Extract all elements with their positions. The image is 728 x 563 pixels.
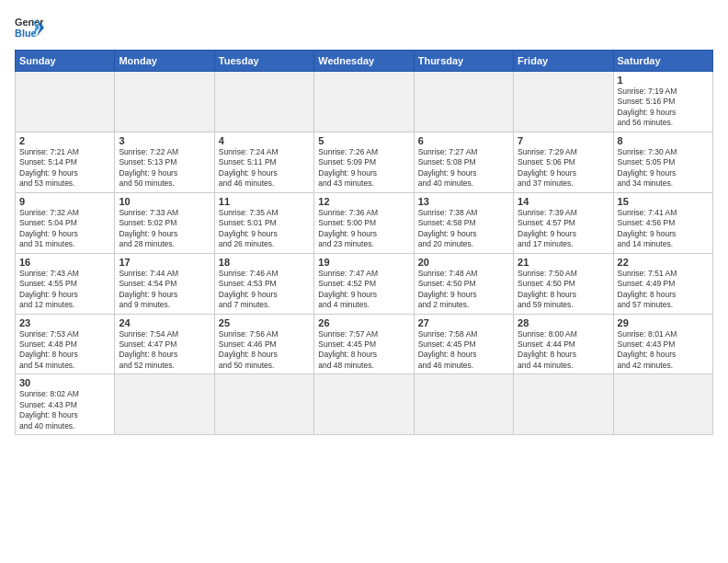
day-info: Sunrise: 7:36 AM Sunset: 5:00 PM Dayligh…: [318, 208, 409, 250]
calendar-cell: 13Sunrise: 7:38 AM Sunset: 4:58 PM Dayli…: [414, 192, 513, 253]
day-info: Sunrise: 7:24 AM Sunset: 5:11 PM Dayligh…: [219, 147, 310, 190]
calendar-cell: [514, 72, 613, 132]
day-info: Sunrise: 7:47 AM Sunset: 4:52 PM Dayligh…: [318, 269, 409, 311]
day-number: 24: [119, 317, 210, 328]
day-number: 3: [119, 135, 210, 146]
calendar-week-row-3: 9Sunrise: 7:32 AM Sunset: 5:04 PM Daylig…: [16, 192, 713, 253]
page: General Blue SundayMondayTuesdayWednesda…: [0, 0, 728, 563]
calendar-cell: 26Sunrise: 7:57 AM Sunset: 4:45 PM Dayli…: [314, 314, 414, 374]
day-info: Sunrise: 7:50 AM Sunset: 4:50 PM Dayligh…: [518, 269, 609, 311]
calendar-cell: 19Sunrise: 7:47 AM Sunset: 4:52 PM Dayli…: [314, 253, 414, 314]
day-info: Sunrise: 7:33 AM Sunset: 5:02 PM Dayligh…: [119, 208, 210, 250]
calendar-cell: [414, 374, 513, 435]
day-info: Sunrise: 7:43 AM Sunset: 4:55 PM Dayligh…: [19, 269, 110, 311]
day-info: Sunrise: 7:19 AM Sunset: 5:16 PM Dayligh…: [618, 86, 709, 129]
day-info: Sunrise: 7:38 AM Sunset: 4:58 PM Dayligh…: [418, 208, 509, 250]
day-number: 16: [19, 257, 110, 268]
day-number: 18: [219, 257, 310, 268]
logo: General Blue: [15, 15, 44, 40]
calendar-cell: [115, 72, 214, 132]
day-info: Sunrise: 7:26 AM Sunset: 5:09 PM Dayligh…: [318, 147, 409, 190]
calendar-header-friday: Friday: [514, 51, 613, 72]
calendar-cell: [314, 72, 414, 132]
day-info: Sunrise: 7:35 AM Sunset: 5:01 PM Dayligh…: [219, 208, 310, 250]
calendar-cell: 4Sunrise: 7:24 AM Sunset: 5:11 PM Daylig…: [214, 132, 313, 192]
calendar-header-saturday: Saturday: [613, 51, 712, 72]
day-number: 11: [219, 196, 310, 207]
calendar-cell: [214, 374, 313, 435]
calendar-cell: [314, 374, 414, 435]
calendar-cell: 17Sunrise: 7:44 AM Sunset: 4:54 PM Dayli…: [115, 253, 214, 314]
calendar-cell: 3Sunrise: 7:22 AM Sunset: 5:13 PM Daylig…: [115, 132, 214, 192]
day-number: 22: [618, 257, 709, 268]
calendar-cell: 30Sunrise: 8:02 AM Sunset: 4:43 PM Dayli…: [16, 374, 115, 435]
day-info: Sunrise: 7:41 AM Sunset: 4:56 PM Dayligh…: [618, 208, 709, 250]
day-info: Sunrise: 7:51 AM Sunset: 4:49 PM Dayligh…: [618, 269, 709, 311]
day-number: 27: [418, 317, 509, 328]
day-info: Sunrise: 7:44 AM Sunset: 4:54 PM Dayligh…: [119, 269, 210, 311]
day-number: 21: [518, 257, 609, 268]
calendar-cell: [16, 72, 115, 132]
day-info: Sunrise: 7:56 AM Sunset: 4:46 PM Dayligh…: [219, 329, 310, 372]
calendar-header-thursday: Thursday: [414, 51, 513, 72]
day-number: 17: [119, 257, 210, 268]
day-number: 9: [19, 196, 110, 207]
day-number: 29: [618, 317, 709, 328]
day-number: 6: [418, 135, 509, 146]
generalblue-logo-icon: General Blue: [15, 15, 44, 40]
calendar-cell: [115, 374, 214, 435]
calendar-header-monday: Monday: [115, 51, 214, 72]
calendar-header-row: SundayMondayTuesdayWednesdayThursdayFrid…: [16, 51, 713, 72]
day-info: Sunrise: 7:57 AM Sunset: 4:45 PM Dayligh…: [318, 329, 409, 372]
calendar-cell: 22Sunrise: 7:51 AM Sunset: 4:49 PM Dayli…: [613, 253, 712, 314]
calendar-cell: 8Sunrise: 7:30 AM Sunset: 5:05 PM Daylig…: [613, 132, 712, 192]
day-number: 30: [19, 377, 110, 388]
calendar-cell: 16Sunrise: 7:43 AM Sunset: 4:55 PM Dayli…: [16, 253, 115, 314]
calendar-cell: [414, 72, 513, 132]
calendar-cell: 25Sunrise: 7:56 AM Sunset: 4:46 PM Dayli…: [214, 314, 313, 374]
day-number: 19: [318, 257, 409, 268]
day-number: 12: [318, 196, 409, 207]
day-number: 13: [418, 196, 509, 207]
calendar-header-sunday: Sunday: [16, 51, 115, 72]
calendar-cell: [214, 72, 313, 132]
calendar-cell: 1Sunrise: 7:19 AM Sunset: 5:16 PM Daylig…: [613, 72, 712, 132]
calendar-cell: 23Sunrise: 7:53 AM Sunset: 4:48 PM Dayli…: [16, 314, 115, 374]
calendar-cell: 7Sunrise: 7:29 AM Sunset: 5:06 PM Daylig…: [514, 132, 613, 192]
day-number: 10: [119, 196, 210, 207]
day-number: 28: [518, 317, 609, 328]
day-info: Sunrise: 7:27 AM Sunset: 5:08 PM Dayligh…: [418, 147, 509, 190]
calendar-cell: 27Sunrise: 7:58 AM Sunset: 4:45 PM Dayli…: [414, 314, 513, 374]
calendar-cell: 15Sunrise: 7:41 AM Sunset: 4:56 PM Dayli…: [613, 192, 712, 253]
calendar-table: SundayMondayTuesdayWednesdayThursdayFrid…: [15, 50, 713, 435]
day-number: 23: [19, 317, 110, 328]
day-number: 4: [219, 135, 310, 146]
calendar-header-wednesday: Wednesday: [314, 51, 414, 72]
day-number: 25: [219, 317, 310, 328]
day-info: Sunrise: 7:53 AM Sunset: 4:48 PM Dayligh…: [19, 329, 110, 372]
calendar-cell: 28Sunrise: 8:00 AM Sunset: 4:44 PM Dayli…: [514, 314, 613, 374]
calendar-cell: 10Sunrise: 7:33 AM Sunset: 5:02 PM Dayli…: [115, 192, 214, 253]
day-info: Sunrise: 7:48 AM Sunset: 4:50 PM Dayligh…: [418, 269, 509, 311]
day-info: Sunrise: 7:58 AM Sunset: 4:45 PM Dayligh…: [418, 329, 509, 372]
calendar-week-row-5: 23Sunrise: 7:53 AM Sunset: 4:48 PM Dayli…: [16, 314, 713, 374]
calendar-cell: 6Sunrise: 7:27 AM Sunset: 5:08 PM Daylig…: [414, 132, 513, 192]
day-number: 15: [618, 196, 709, 207]
calendar-cell: [613, 374, 712, 435]
calendar-cell: 21Sunrise: 7:50 AM Sunset: 4:50 PM Dayli…: [514, 253, 613, 314]
calendar-cell: 11Sunrise: 7:35 AM Sunset: 5:01 PM Dayli…: [214, 192, 313, 253]
calendar-week-row-2: 2Sunrise: 7:21 AM Sunset: 5:14 PM Daylig…: [16, 132, 713, 192]
calendar-cell: 29Sunrise: 8:01 AM Sunset: 4:43 PM Dayli…: [613, 314, 712, 374]
day-info: Sunrise: 7:30 AM Sunset: 5:05 PM Dayligh…: [618, 147, 709, 190]
day-number: 14: [518, 196, 609, 207]
calendar-cell: 24Sunrise: 7:54 AM Sunset: 4:47 PM Dayli…: [115, 314, 214, 374]
day-info: Sunrise: 7:21 AM Sunset: 5:14 PM Dayligh…: [19, 147, 110, 190]
day-info: Sunrise: 7:39 AM Sunset: 4:57 PM Dayligh…: [518, 208, 609, 250]
day-info: Sunrise: 8:02 AM Sunset: 4:43 PM Dayligh…: [19, 389, 110, 431]
calendar-cell: [514, 374, 613, 435]
day-number: 26: [318, 317, 409, 328]
day-info: Sunrise: 7:22 AM Sunset: 5:13 PM Dayligh…: [119, 147, 210, 190]
header: General Blue: [15, 15, 713, 40]
calendar-header-tuesday: Tuesday: [214, 51, 313, 72]
day-info: Sunrise: 8:00 AM Sunset: 4:44 PM Dayligh…: [518, 329, 609, 372]
